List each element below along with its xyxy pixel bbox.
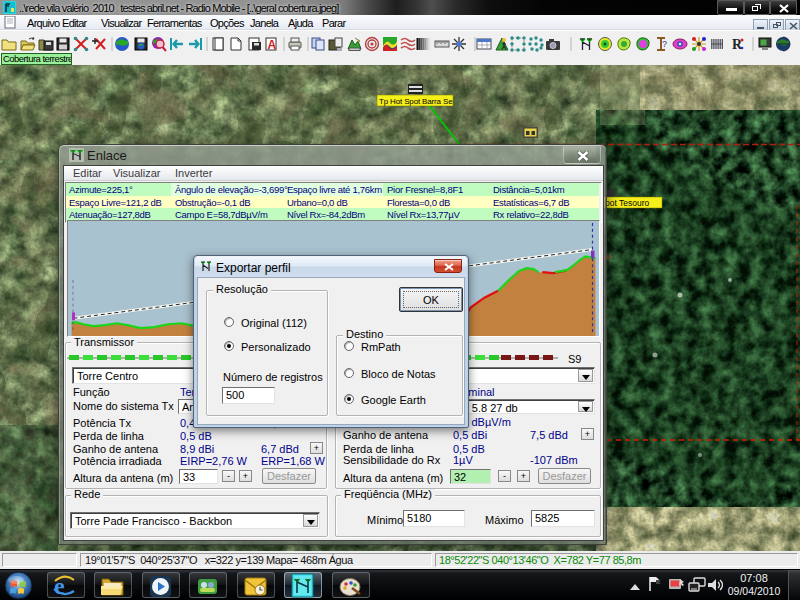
svg-text:Tp Hot Spot Barra Se: Tp Hot Spot Barra Se — [379, 97, 453, 106]
svg-text:?: ? — [662, 39, 667, 49]
svg-text:A: A — [268, 38, 277, 52]
svg-text:pot Tesouro: pot Tesouro — [605, 198, 650, 208]
